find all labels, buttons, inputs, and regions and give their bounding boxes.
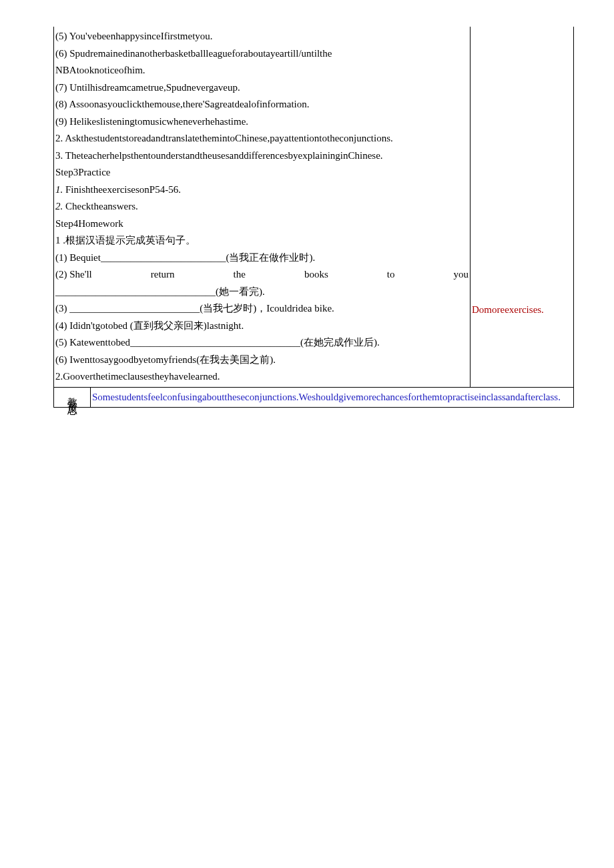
side-note-cell: Domoreexercises.	[471, 27, 574, 387]
num-2: 2.	[55, 201, 63, 211]
hw-q1: (1) Bequiet_________________________(当我正…	[55, 250, 469, 267]
side-note: Domoreexercises.	[472, 28, 572, 319]
reflection-text: Somestudentsfeelconfusingabouttheseconju…	[92, 392, 561, 402]
step3-heading: Step3Practice	[55, 164, 469, 181]
step3-item1: 1. FinishtheexercisesonP54-56.	[55, 181, 469, 199]
line-6b: NBAtooknoticeofhim.	[55, 62, 469, 79]
hw-q2a: (2) She'll return the books to you	[55, 266, 469, 284]
num-1: 1.	[55, 184, 63, 195]
q2-w2: return	[151, 266, 175, 284]
reflection-label: 教学反思	[63, 390, 81, 400]
hw-q5: (5) Katewenttobed_______________________…	[55, 334, 469, 352]
q2-w1: (2) She'll	[55, 266, 92, 284]
hw-q4: (4) Ididn'tgotobed (直到我父亲回来)lastnight.	[55, 318, 469, 335]
reflection-label-cell: 教学反思	[54, 387, 91, 408]
hw-intro: 1 .根据汉语提示完成英语句子。	[55, 232, 469, 250]
q2-w4: books	[304, 266, 328, 284]
line-ask: 2. Askthestudentstoreadandtranslatethemi…	[55, 130, 469, 147]
step3-item1-text: FinishtheexercisesonP54-56.	[63, 184, 181, 195]
line-5: (5) You'vebeenhappysinceIfirstmetyou.	[55, 28, 469, 45]
line-teacher: 3. Theteacherhelpsthentounderstandtheuse…	[55, 147, 469, 165]
q2-w6: you	[453, 266, 469, 284]
line-8: (8) Assoonasyouclickthemouse,there'Sagre…	[55, 96, 469, 113]
line-7: (7) Untilhisdreamcametrue,Spudnevergaveu…	[55, 79, 469, 97]
hw-q6: (6) Iwenttosaygoodbyetomyfriends(在我去美国之前…	[55, 352, 469, 369]
hw-goover: 2.Gooverthetimeclausestheyhavelearned.	[55, 368, 469, 386]
reflection-text-cell: Somestudentsfeelconfusingabouttheseconju…	[91, 387, 574, 408]
document-table: (5) You'vebeenhappysinceIfirstmetyou. (6…	[53, 27, 574, 408]
q2-w5: to	[387, 266, 395, 284]
main-content-cell: (5) You'vebeenhappysinceIfirstmetyou. (6…	[54, 27, 471, 387]
q2-w3: the	[234, 266, 246, 284]
line-6a: (6) Spudremainedinanotherbasketballleagu…	[55, 45, 469, 63]
step4-heading: Step4Homework	[55, 215, 469, 233]
step3-item2-text: Checktheanswers.	[63, 201, 137, 211]
step3-item2: 2. Checktheanswers.	[55, 198, 469, 215]
line-9: (9) Helikeslisteningtomusicwheneverhehas…	[55, 113, 469, 131]
hw-q2b: ________________________________(她一看完).	[55, 284, 469, 301]
hw-q3: (3) __________________________(当我七岁时)，Ic…	[55, 300, 469, 318]
